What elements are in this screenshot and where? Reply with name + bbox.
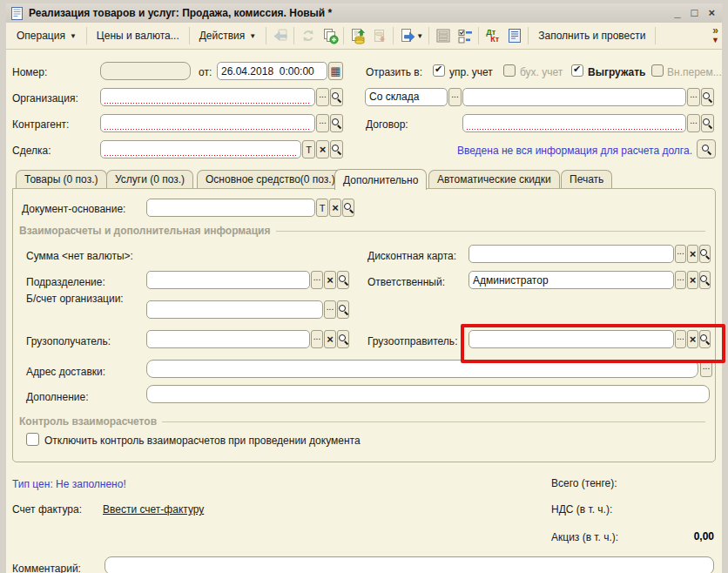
consignee-search-button[interactable] (337, 330, 349, 348)
post-document-icon (349, 27, 367, 44)
consignee-input[interactable] (146, 330, 310, 348)
department-select-button[interactable] (311, 271, 323, 289)
debt-warning-link[interactable]: Введена не вся информация для расчета до… (366, 145, 692, 157)
maximize-icon[interactable]: □ (691, 9, 698, 17)
accounting-label: бух. учет (520, 66, 563, 78)
bank-account-input[interactable] (146, 300, 323, 319)
document-window: Реализация товаров и услуг: Продажа, ком… (0, 0, 728, 573)
management-accounting-checkbox[interactable] (433, 64, 445, 77)
base-document-search-button[interactable] (342, 199, 354, 217)
warehouse-search-button[interactable] (701, 88, 714, 106)
date-input[interactable] (217, 62, 327, 80)
tab-goods[interactable]: Товары (0 поз.) (16, 170, 107, 188)
tab-auto-discounts[interactable]: Автоматические скидки (428, 170, 560, 188)
base-document-type-button[interactable] (316, 199, 328, 217)
base-document-clear-button[interactable] (329, 199, 341, 217)
consignor-select-button[interactable] (675, 330, 686, 348)
comment-input[interactable] (104, 556, 714, 573)
department-clear-button[interactable] (324, 271, 336, 289)
discount-card-clear-button[interactable] (687, 245, 698, 263)
contract-search-button[interactable] (701, 114, 714, 132)
save-button (269, 25, 291, 46)
consignor-clear-button[interactable] (687, 330, 698, 348)
responsible-search-button[interactable] (699, 271, 711, 289)
department-search-button[interactable] (337, 271, 349, 289)
create-based-on-button[interactable]: ▼ (396, 25, 426, 46)
operation-menu-button[interactable]: Операция▼ (10, 27, 84, 44)
responsible-input[interactable] (468, 271, 674, 289)
upload-checkbox[interactable] (571, 64, 583, 77)
deal-search-button[interactable] (330, 140, 343, 158)
disable-control-checkbox[interactable] (26, 433, 39, 446)
comment-label: Комментарий: (12, 563, 81, 573)
counterparty-search-button[interactable] (330, 114, 343, 132)
warehouse-type-selector[interactable]: Со склада (365, 88, 448, 106)
close-icon[interactable]: × (708, 9, 715, 17)
overflow-caret-icon[interactable]: ▼ (711, 36, 719, 45)
tab-services[interactable]: Услуги (0 поз.) (106, 170, 193, 188)
consignor-search-button[interactable] (699, 330, 711, 348)
warehouse-input[interactable] (462, 88, 686, 106)
minimize-icon[interactable]: _ (674, 9, 680, 17)
discount-card-select-button[interactable] (675, 245, 686, 263)
fill-and-post-button[interactable]: Заполнить и провести (531, 27, 652, 44)
internal-transfer-label: Вн.перем... (667, 66, 722, 78)
toolbar-separator (393, 27, 394, 44)
consignee-select-button[interactable] (311, 330, 323, 348)
tab-print[interactable]: Печать (561, 170, 612, 188)
bank-account-search-button[interactable] (337, 300, 349, 319)
bank-account-select-button[interactable] (324, 300, 336, 319)
price-type-text[interactable]: Тип цен: Не заполнено! (12, 478, 126, 490)
responsible-clear-button[interactable] (687, 271, 698, 289)
organization-select-button[interactable] (316, 88, 329, 106)
responsible-select-button[interactable] (675, 271, 686, 289)
tab-additional[interactable]: Дополнительно (334, 169, 427, 190)
consignor-input[interactable] (468, 330, 674, 348)
addition-input[interactable] (146, 385, 710, 403)
magnifier-icon (700, 275, 710, 285)
department-input[interactable] (146, 271, 310, 289)
debt-search-button[interactable] (697, 139, 716, 158)
delivery-address-select-button[interactable] (700, 361, 712, 377)
bank-account-label: Б/счет организации: (26, 293, 124, 305)
discount-card-label: Дисконтная карта: (367, 250, 456, 262)
actions-menu-button[interactable]: Действия▼ (192, 27, 264, 44)
show-postings-button[interactable]: ДтКт (482, 25, 503, 46)
counterparty-select-button[interactable] (316, 114, 329, 132)
document-report-button[interactable] (503, 25, 525, 46)
deal-type-button[interactable] (302, 140, 315, 158)
delivery-address-input[interactable] (146, 360, 698, 378)
counterparty-label: Контрагент: (12, 118, 69, 131)
contract-label: Договор: (366, 118, 408, 131)
warehouse-type-select-button[interactable] (448, 88, 462, 106)
organization-search-button[interactable] (330, 88, 343, 106)
deal-input[interactable] (100, 140, 301, 158)
counterparty-input[interactable] (100, 114, 315, 132)
deal-clear-button[interactable] (316, 140, 329, 158)
consignee-clear-button[interactable] (324, 330, 336, 348)
tab-fixed-assets[interactable]: Основное средство(0 поз.) (197, 170, 344, 188)
subordination-structure-button[interactable] (432, 25, 454, 46)
toolbar-separator (343, 27, 344, 44)
discount-card-search-button[interactable] (699, 245, 711, 263)
contract-select-button[interactable] (687, 114, 700, 132)
overflow-chevron-icon[interactable]: » (712, 26, 718, 36)
disable-control-label: Отключить контроль взаиморасчетов при пр… (44, 435, 361, 447)
prices-currency-button[interactable]: Цены и валюта... (90, 27, 186, 44)
structure-list-icon (435, 27, 452, 44)
toolbar-separator (428, 27, 429, 44)
post-document-button[interactable] (347, 25, 368, 46)
warehouse-select-button[interactable] (687, 88, 700, 106)
number-input[interactable] (100, 62, 191, 80)
base-document-input[interactable] (146, 199, 315, 217)
calendar-button[interactable] (328, 62, 343, 80)
organization-label: Организация: (12, 92, 78, 104)
enter-invoice-link[interactable]: Ввести счет-фактуру (103, 503, 204, 516)
upload-label: Выгружать (588, 66, 646, 78)
list-settings-button[interactable] (454, 25, 475, 46)
organization-input[interactable] (100, 88, 315, 106)
copy-button[interactable] (319, 25, 340, 46)
contract-input[interactable] (462, 114, 686, 132)
internal-transfer-checkbox (651, 64, 664, 77)
discount-card-input[interactable] (468, 245, 674, 263)
